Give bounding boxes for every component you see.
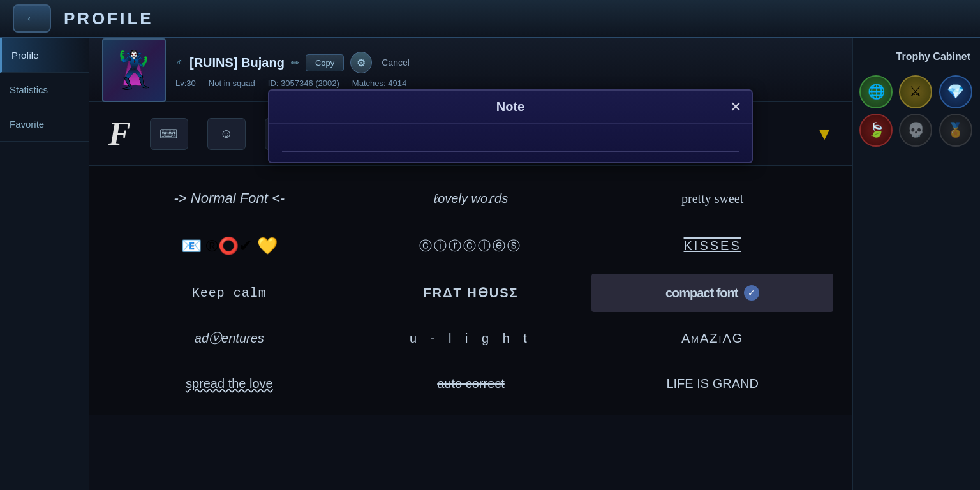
main-layout: Profile Statistics Favorite 🦹 ♂ [RUINS] … — [0, 38, 980, 490]
font-item-lovely[interactable]: ℓovely woɾds — [350, 179, 592, 218]
font-item-auto[interactable]: auto correct — [350, 365, 592, 403]
font-item-ulight[interactable]: u - l i g h t — [350, 318, 592, 359]
keyboard-icon: ⌨ — [160, 126, 178, 142]
font-grid: -> Normal Font <- ℓovely woɾds pretty sw… — [89, 166, 852, 415]
trophy-item-5[interactable]: 💀 — [899, 114, 932, 147]
emoji-button[interactable]: ☺ — [207, 118, 246, 150]
trophy-item-6[interactable]: 🏅 — [939, 114, 972, 147]
sidebar-item-profile[interactable]: Profile — [0, 38, 89, 73]
note-title: Note — [496, 100, 524, 114]
font-item-normal[interactable]: -> Normal Font <- — [108, 179, 350, 218]
font-item-circles[interactable]: ⓒⓘⓡⓒⓛⓔⓢ — [350, 225, 592, 267]
font-big-icon: F — [108, 115, 131, 152]
right-sidebar: Trophy Cabinet 🌐 ⚔ 💎 🍃 💀 🏅 — [852, 38, 980, 490]
note-input[interactable] — [282, 133, 739, 152]
page-title: PROFILE — [64, 9, 154, 29]
profile-name-row: ♂ [RUINS] Bujang ✏ Copy ⚙ Cancel — [175, 52, 840, 73]
profile-area: 🦹 ♂ [RUINS] Bujang ✏ Copy ⚙ Cancel Lv:30… — [89, 38, 852, 490]
settings-button[interactable]: ⚙ — [350, 52, 372, 73]
font-item-life[interactable]: LIFE IS GRAND — [591, 365, 833, 403]
sidebar-item-favorite[interactable]: Favorite — [0, 107, 89, 142]
note-modal: Note ✕ — [268, 89, 753, 163]
emoji-icon: ☺ — [219, 126, 232, 141]
profile-stats-row: Lv:30 Not in squad ID: 3057346 (2002) Ma… — [175, 78, 840, 88]
font-item-kisses[interactable]: KISSES — [591, 225, 833, 267]
copy-button[interactable]: Copy — [306, 54, 344, 71]
avatar: 🦹 — [102, 38, 166, 102]
edit-icon[interactable]: ✏ — [291, 57, 299, 69]
left-sidebar: Profile Statistics Favorite — [0, 38, 89, 490]
font-item-spread[interactable]: spread the love — [108, 365, 350, 403]
sidebar-item-statistics[interactable]: Statistics — [0, 73, 89, 107]
level-stat: Lv:30 — [175, 78, 196, 88]
font-item-compact[interactable]: compact font ✓ — [591, 274, 833, 312]
trophy-item-3[interactable]: 💎 — [939, 75, 972, 108]
id-stat: ID: 3057346 (2002) — [268, 78, 339, 88]
back-button[interactable]: ← — [13, 4, 51, 33]
trophy-grid: 🌐 ⚔ 💎 🍃 💀 🏅 — [859, 75, 974, 147]
keyboard-button[interactable]: ⌨ — [150, 118, 188, 150]
back-arrow-icon: ← — [25, 10, 39, 27]
font-item-pretty[interactable]: pretty sweet — [591, 179, 833, 218]
squad-stat: Not in squad — [209, 78, 255, 88]
trophy-item-2[interactable]: ⚔ — [899, 75, 932, 108]
selected-checkmark: ✓ — [744, 285, 759, 301]
avatar-container: 🦹 — [102, 38, 166, 102]
note-body — [269, 124, 752, 162]
font-item-keepcalm[interactable]: Keep calm — [108, 274, 350, 312]
note-header: Note ✕ — [269, 91, 752, 124]
cancel-button[interactable]: Cancel — [382, 57, 410, 68]
font-item-emoji[interactable]: 📧 ®⭕✔ 💛 — [108, 225, 350, 267]
trophy-item-1[interactable]: 🌐 — [859, 75, 893, 108]
settings-icon: ⚙ — [357, 57, 366, 69]
note-close-button[interactable]: ✕ — [730, 99, 741, 115]
trophy-item-4[interactable]: 🍃 — [859, 114, 893, 147]
profile-info: ♂ [RUINS] Bujang ✏ Copy ⚙ Cancel Lv:30 N… — [175, 52, 840, 88]
gender-icon: ♂ — [175, 57, 183, 68]
dropdown-arrow-icon: ▼ — [815, 124, 833, 144]
font-item-frat[interactable]: FRΔT HӨUSΣ — [350, 274, 592, 312]
font-item-amazing[interactable]: AmAZiΛG — [591, 318, 833, 359]
top-bar: ← PROFILE — [0, 0, 980, 38]
profile-name: [RUINS] Bujang — [189, 56, 285, 70]
matches-stat: Matches: 4914 — [352, 78, 406, 88]
trophy-cabinet-title: Trophy Cabinet — [859, 45, 974, 69]
font-item-adventures[interactable]: adⓥentures — [108, 318, 350, 359]
